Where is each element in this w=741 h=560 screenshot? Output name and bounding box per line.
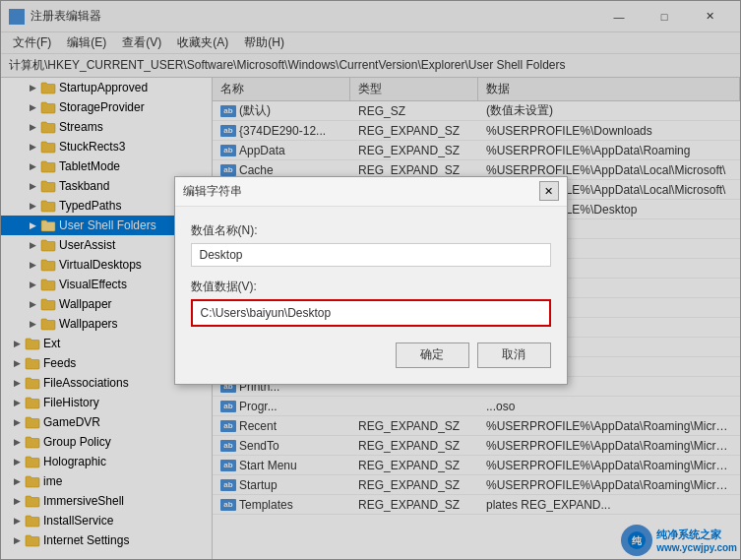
ok-button[interactable]: 确定 <box>396 342 469 368</box>
dialog-overlay: 编辑字符串 ✕ 数值名称(N): Desktop 数值数据(V): 确定 取消 <box>0 0 741 560</box>
dialog-close-button[interactable]: ✕ <box>539 181 559 201</box>
name-label: 数值名称(N): <box>191 222 551 239</box>
data-value-input[interactable] <box>191 299 551 327</box>
dialog-buttons: 确定 取消 <box>191 342 551 368</box>
edit-string-dialog: 编辑字符串 ✕ 数值名称(N): Desktop 数值数据(V): 确定 取消 <box>174 176 568 385</box>
dialog-title: 编辑字符串 <box>183 183 539 200</box>
name-value-display: Desktop <box>191 243 551 267</box>
data-label: 数值数据(V): <box>191 279 551 295</box>
dialog-title-bar: 编辑字符串 ✕ <box>175 177 567 207</box>
dialog-body: 数值名称(N): Desktop 数值数据(V): 确定 取消 <box>175 207 567 384</box>
cancel-button[interactable]: 取消 <box>477 342 551 368</box>
